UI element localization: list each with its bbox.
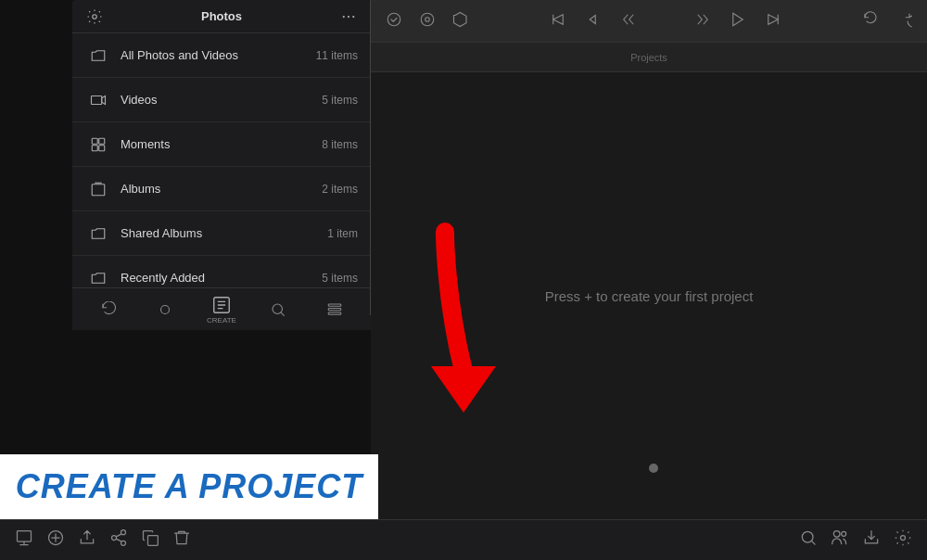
export-btn[interactable]: [78, 528, 96, 552]
projects-label: Projects: [630, 52, 667, 63]
create-label: CREATE: [207, 316, 236, 325]
create-banner-text: CREATE A PROJECT: [16, 467, 363, 506]
mark-btn[interactable]: [382, 9, 406, 33]
videos-label: Videos: [121, 93, 322, 107]
svg-rect-5: [92, 138, 97, 144]
video-icon: [85, 87, 111, 113]
main-top-toolbar: [371, 0, 927, 43]
svg-point-31: [901, 536, 906, 541]
albums-label: Albums: [121, 182, 322, 196]
create-banner: CREATE A PROJECT: [0, 454, 378, 519]
dark-left-strip: [0, 0, 72, 519]
main-content: Projects Press + to create your first pr…: [371, 0, 927, 519]
more-icon[interactable]: [337, 6, 360, 28]
videos-count: 5 items: [322, 94, 358, 107]
svg-rect-15: [329, 312, 342, 314]
sidebar-items-list: All Photos and Videos 11 items Videos 5 …: [72, 33, 371, 315]
recently-added-count: 5 items: [322, 272, 358, 285]
svg-point-18: [425, 17, 430, 21]
toolbar-center-group: [546, 9, 785, 33]
spacer1: [652, 19, 679, 23]
record-btn[interactable]: [148, 301, 182, 318]
svg-point-10: [160, 305, 169, 313]
svg-rect-9: [92, 184, 105, 195]
sidebar-item-moments[interactable]: Moments 8 items: [72, 122, 371, 167]
moments-count: 8 items: [322, 138, 358, 151]
skip-back-btn[interactable]: [616, 9, 641, 33]
users-btn[interactable]: [831, 528, 849, 552]
share-btn[interactable]: [109, 528, 128, 552]
search-btn[interactable]: [261, 301, 295, 318]
svg-point-0: [93, 14, 97, 19]
svg-rect-6: [99, 138, 105, 144]
svg-point-1: [343, 15, 345, 17]
svg-point-25: [112, 536, 117, 541]
all-photos-count: 11 items: [316, 49, 358, 62]
shared-folder-icon: [85, 221, 111, 247]
sidebar-item-all-photos[interactable]: All Photos and Videos 11 items: [72, 33, 371, 78]
import-btn[interactable]: [15, 528, 33, 552]
moments-label: Moments: [121, 137, 322, 151]
svg-point-24: [121, 530, 126, 535]
settings-icon[interactable]: [83, 6, 106, 28]
sidebar-title: Photos: [106, 9, 337, 23]
svg-point-17: [421, 13, 434, 26]
albums-count: 2 items: [322, 183, 358, 196]
undo-btn[interactable]: [92, 301, 125, 318]
delete-btn[interactable]: [172, 528, 191, 552]
timeline-bar: Projects: [371, 43, 927, 72]
flag-btn[interactable]: [415, 9, 439, 33]
svg-point-2: [348, 15, 349, 17]
all-photos-label: All Photos and Videos: [121, 48, 316, 62]
play-btn[interactable]: [726, 9, 750, 33]
svg-rect-8: [99, 145, 105, 150]
toolbar-left-group: [382, 9, 473, 33]
skip-fwd-btn[interactable]: [691, 9, 715, 33]
albums-icon: [85, 176, 111, 202]
clip-btn[interactable]: [449, 9, 473, 33]
redo-main-btn[interactable]: [892, 9, 916, 33]
main-viewport: Press + to create your first project: [371, 72, 927, 519]
sidebar-item-videos[interactable]: Videos 5 items: [72, 78, 371, 122]
toolbar-right-group: [858, 9, 916, 33]
dot-indicator: [649, 464, 658, 473]
search-bottom-btn[interactable]: [799, 528, 818, 552]
list-view-btn[interactable]: [318, 301, 351, 318]
bottom-toolbar: [0, 519, 927, 560]
svg-point-28: [802, 531, 813, 542]
svg-point-26: [121, 541, 126, 545]
moments-icon: [85, 132, 111, 158]
sidebar-item-shared-albums[interactable]: Shared Albums 1 item: [72, 211, 371, 256]
svg-rect-7: [92, 145, 97, 150]
create-hint-text: Press + to create your first project: [545, 288, 754, 304]
download-bottom-btn[interactable]: [862, 528, 881, 552]
add-btn[interactable]: [46, 528, 65, 552]
shared-albums-count: 1 item: [327, 227, 358, 240]
folder-icon: [85, 43, 111, 69]
svg-point-12: [273, 304, 283, 314]
recently-added-label: Recently Added: [121, 271, 322, 285]
svg-rect-27: [148, 536, 159, 546]
svg-point-29: [833, 531, 840, 538]
skip-start-btn[interactable]: [546, 9, 570, 33]
sidebar: Photos All Photos and Videos 11 items: [72, 0, 371, 315]
svg-rect-13: [329, 304, 342, 306]
sidebar-toolbar: CREATE: [72, 287, 371, 330]
create-btn[interactable]: CREATE: [205, 295, 238, 325]
svg-rect-4: [92, 95, 102, 104]
prev-btn[interactable]: [581, 9, 605, 33]
sidebar-item-albums[interactable]: Albums 2 items: [72, 167, 371, 211]
settings-bottom-btn[interactable]: [894, 528, 912, 552]
svg-rect-14: [329, 308, 342, 310]
undo-main-btn[interactable]: [858, 9, 883, 33]
svg-point-3: [352, 15, 354, 17]
copy-btn[interactable]: [141, 528, 159, 552]
bottom-toolbar-right: [799, 528, 912, 552]
svg-rect-22: [18, 531, 32, 542]
svg-point-16: [387, 13, 400, 26]
bottom-toolbar-left: [15, 528, 191, 552]
shared-albums-label: Shared Albums: [121, 226, 327, 240]
skip-end-btn[interactable]: [761, 9, 785, 33]
svg-point-30: [842, 531, 846, 536]
sidebar-header: Photos: [72, 0, 371, 33]
